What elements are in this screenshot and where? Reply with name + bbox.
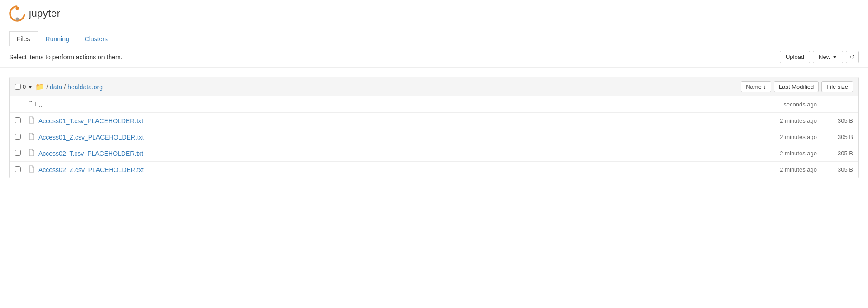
file-name-3[interactable]: Access02_T.csv_PLACEHOLDER.txt: [38, 150, 735, 157]
breadcrumb-sep-2: /: [64, 83, 66, 91]
file-row-4: Access02_Z.csv_PLACEHOLDER.txt 2 minutes…: [10, 162, 858, 178]
file-modified-4: 2 minutes ago: [735, 166, 817, 173]
select-all-wrapper: 0 ▼: [15, 83, 33, 90]
toolbar: Select items to perform actions on them.…: [0, 46, 868, 68]
new-button[interactable]: New ▼: [813, 51, 843, 63]
file-check-1: [15, 117, 29, 125]
folder-icon: 📁: [35, 82, 44, 91]
breadcrumb-bar: 0 ▼ 📁 / data / healdata.org Name ↓ Last …: [9, 77, 859, 96]
file-row-parent: .. seconds ago: [10, 96, 858, 113]
refresh-icon: ↺: [850, 53, 855, 60]
file-check-4: [15, 166, 29, 173]
file-name-2[interactable]: Access01_Z.csv_PLACEHOLDER.txt: [38, 134, 735, 141]
file-checkbox-2[interactable]: [15, 134, 21, 140]
file-check-3: [15, 150, 29, 157]
file-icon-4: [29, 165, 38, 174]
file-size-2: 305 B: [817, 134, 853, 140]
file-list-container: 0 ▼ 📁 / data / healdata.org Name ↓ Last …: [0, 68, 868, 187]
breadcrumb-healdata[interactable]: healdata.org: [67, 83, 103, 91]
file-size-button[interactable]: File size: [821, 81, 853, 92]
file-check-2: [15, 134, 29, 141]
logo-container: jupyter: [9, 5, 61, 22]
name-sort-button[interactable]: Name ↓: [741, 81, 771, 92]
breadcrumb-right: Name ↓ Last Modified File size: [741, 81, 853, 92]
parent-dir-link[interactable]: ..: [38, 101, 735, 108]
file-icon-2: [29, 133, 38, 141]
file-icon-3: [29, 149, 38, 158]
header: jupyter: [0, 0, 868, 27]
file-size-4: 305 B: [817, 166, 853, 173]
file-modified-1: 2 minutes ago: [735, 117, 817, 124]
tabs-bar: Files Running Clusters: [0, 27, 868, 46]
file-checkbox-4[interactable]: [15, 166, 21, 172]
breadcrumb-data[interactable]: data: [50, 83, 62, 91]
logo-text: jupyter: [29, 8, 61, 19]
toolbar-right: Upload New ▼ ↺: [780, 51, 859, 63]
file-size-3: 305 B: [817, 150, 853, 157]
parent-modified: seconds ago: [735, 101, 817, 108]
file-modified-3: 2 minutes ago: [735, 150, 817, 157]
file-modified-2: 2 minutes ago: [735, 134, 817, 140]
file-row-1: Access01_T.csv_PLACEHOLDER.txt 2 minutes…: [10, 113, 858, 129]
tab-files[interactable]: Files: [9, 31, 38, 46]
breadcrumb-sep-1: /: [46, 83, 48, 91]
selected-count: 0: [23, 83, 26, 90]
jupyter-logo-icon: [9, 5, 25, 22]
tab-running[interactable]: Running: [38, 31, 77, 46]
new-dropdown-arrow: ▼: [832, 54, 837, 60]
refresh-button[interactable]: ↺: [846, 51, 859, 63]
parent-folder-icon: [29, 100, 38, 109]
dropdown-arrow-icon[interactable]: ▼: [28, 84, 33, 90]
upload-button[interactable]: Upload: [780, 51, 810, 63]
file-table: .. seconds ago Access01_T.csv_PLACEHOLDE…: [9, 96, 859, 178]
file-icon-1: [29, 116, 38, 125]
file-checkbox-1[interactable]: [15, 117, 21, 123]
svg-point-1: [16, 6, 19, 10]
file-size-1: 305 B: [817, 117, 853, 124]
file-name-1[interactable]: Access01_T.csv_PLACEHOLDER.txt: [38, 117, 735, 125]
breadcrumb-path: 📁 / data / healdata.org: [35, 82, 103, 91]
file-row-3: Access02_T.csv_PLACEHOLDER.txt 2 minutes…: [10, 145, 858, 162]
breadcrumb-left: 0 ▼ 📁 / data / healdata.org: [15, 82, 103, 91]
file-name-4[interactable]: Access02_Z.csv_PLACEHOLDER.txt: [38, 166, 735, 173]
svg-point-2: [16, 17, 19, 20]
select-message: Select items to perform actions on them.: [9, 53, 123, 61]
select-all-checkbox[interactable]: [15, 84, 21, 90]
file-checkbox-3[interactable]: [15, 150, 21, 156]
last-modified-button[interactable]: Last Modified: [774, 81, 819, 92]
tab-clusters[interactable]: Clusters: [77, 31, 115, 46]
file-row-2: Access01_Z.csv_PLACEHOLDER.txt 2 minutes…: [10, 129, 858, 145]
